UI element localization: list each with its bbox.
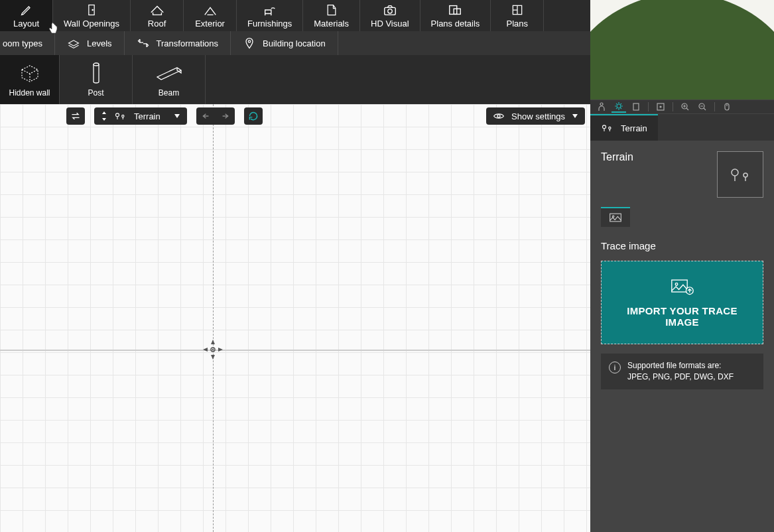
zoom-out-icon[interactable]: [695, 101, 710, 113]
tab-label: Materials: [314, 19, 349, 29]
zoom-in-icon[interactable]: [678, 101, 692, 113]
terrain-small-icon: [114, 111, 127, 121]
tab-label: Plans details: [431, 19, 480, 29]
svg-point-25: [600, 103, 603, 105]
beam-icon: [155, 62, 184, 84]
plans-details-icon: [448, 3, 462, 17]
svg-point-38: [612, 216, 614, 218]
redo-button[interactable]: [219, 112, 229, 120]
panel-subtabs: [601, 207, 630, 227]
grid-background: [0, 104, 590, 532]
subbar-building-location[interactable]: Building location: [231, 31, 338, 55]
post-icon: [92, 62, 101, 84]
tab-plans[interactable]: Plans: [491, 0, 544, 31]
canvas[interactable]: Terrain Show settings: [0, 104, 590, 532]
import-trace-button[interactable]: IMPORT YOUR TRACE IMAGE: [601, 261, 763, 344]
info-line-2: JPEG, PNG, PDF, DWG, DXF: [627, 371, 734, 383]
levels-icon: [67, 36, 80, 50]
swap-button[interactable]: [66, 107, 85, 125]
svg-marker-18: [102, 111, 106, 114]
svg-rect-27: [633, 103, 639, 110]
svg-point-23: [497, 115, 500, 117]
subbar-label: Levels: [87, 38, 112, 48]
tab-label: HD Visual: [371, 19, 409, 29]
view-floor-icon[interactable]: [629, 101, 643, 113]
svg-point-40: [675, 283, 678, 286]
tab-hd-visual[interactable]: HD Visual: [360, 0, 420, 31]
tab-layout[interactable]: Layout: [0, 0, 53, 31]
svg-point-1: [92, 9, 93, 10]
hidden-wall-icon: [17, 62, 43, 84]
chevron-down-icon: [174, 113, 180, 119]
svg-point-17: [212, 349, 214, 350]
terrain-small-icon: [601, 123, 614, 133]
svg-rect-39: [671, 280, 686, 292]
tab-label: Roof: [148, 19, 166, 29]
canvas-toolbar: Terrain Show settings: [66, 107, 585, 125]
right-panel: Terrain Terrain Trace image: [590, 104, 774, 532]
tab-plans-details[interactable]: Plans details: [420, 0, 491, 31]
chevron-down-icon: [572, 113, 578, 119]
svg-rect-37: [610, 214, 621, 222]
svg-marker-22: [174, 114, 180, 118]
plans-icon: [511, 3, 524, 17]
refresh-button[interactable]: [244, 107, 263, 125]
door-icon: [85, 3, 98, 17]
tab-wall-openings[interactable]: Wall Openings: [53, 0, 131, 31]
info-text: Supported file formats are: JPEG, PNG, P…: [627, 360, 734, 383]
view-sun-icon[interactable]: [612, 101, 626, 113]
subbar-levels[interactable]: Levels: [55, 31, 125, 55]
btn-hidden-wall[interactable]: Hidden wall: [0, 55, 60, 104]
svg-marker-13: [211, 355, 215, 360]
preview-3d[interactable]: [590, 0, 774, 100]
tab-furnishings[interactable]: Furnishings: [237, 0, 303, 31]
info-box: i Supported file formats are: JPEG, PNG,…: [601, 354, 763, 389]
transformations-icon: [137, 36, 150, 50]
undo-redo-group: [196, 107, 235, 125]
materials-icon: [325, 3, 338, 17]
view-person-icon[interactable]: [594, 101, 609, 113]
btn-post[interactable]: Post: [60, 55, 133, 104]
undo-button[interactable]: [202, 112, 212, 120]
tab-exterior[interactable]: Exterior: [184, 0, 237, 31]
tab-label: Wall Openings: [64, 19, 119, 29]
toolbar-label: Hidden wall: [9, 88, 50, 98]
view-icons-row: [590, 100, 774, 114]
tab-label: Plans: [507, 19, 529, 29]
subbar-room-types[interactable]: oom types: [0, 31, 55, 55]
panel-tab-terrain[interactable]: Terrain: [590, 114, 658, 141]
dropdown-label: Terrain: [134, 111, 167, 121]
preview-hill: [590, 0, 774, 100]
svg-marker-19: [102, 118, 106, 121]
panel-subtab-image[interactable]: [601, 208, 630, 227]
show-settings-dropdown[interactable]: Show settings: [486, 107, 585, 125]
panel-tab-label: Terrain: [621, 123, 647, 133]
svg-point-10: [248, 40, 250, 42]
svg-point-35: [732, 169, 738, 176]
view-mouse-icon[interactable]: [720, 101, 734, 113]
eye-icon: [493, 111, 505, 121]
pencil-icon: [20, 3, 33, 17]
axis-horizontal: [0, 350, 590, 351]
svg-marker-24: [572, 114, 578, 118]
svg-point-26: [617, 104, 621, 108]
info-icon: i: [609, 362, 621, 373]
subbar-label: Building location: [263, 38, 326, 48]
workarea: Terrain Show settings: [0, 104, 774, 532]
btn-beam[interactable]: Beam: [133, 55, 206, 104]
view-center-icon[interactable]: [653, 101, 668, 113]
subbar-label: oom types: [3, 38, 42, 48]
svg-rect-4: [450, 6, 457, 15]
terrain-dropdown[interactable]: Terrain: [94, 107, 187, 125]
tab-roof[interactable]: Roof: [131, 0, 184, 31]
origin-marker: [201, 338, 225, 362]
dropdown-label: Show settings: [511, 111, 565, 121]
info-line-1: Supported file formats are:: [627, 360, 734, 371]
svg-marker-15: [218, 348, 223, 352]
subbar-transformations[interactable]: Transformations: [125, 31, 231, 55]
furnishings-icon: [263, 3, 277, 17]
terrain-thumbnail[interactable]: [717, 151, 763, 198]
svg-point-33: [603, 125, 606, 129]
tab-materials[interactable]: Materials: [303, 0, 360, 31]
tab-label: Layout: [13, 19, 39, 29]
